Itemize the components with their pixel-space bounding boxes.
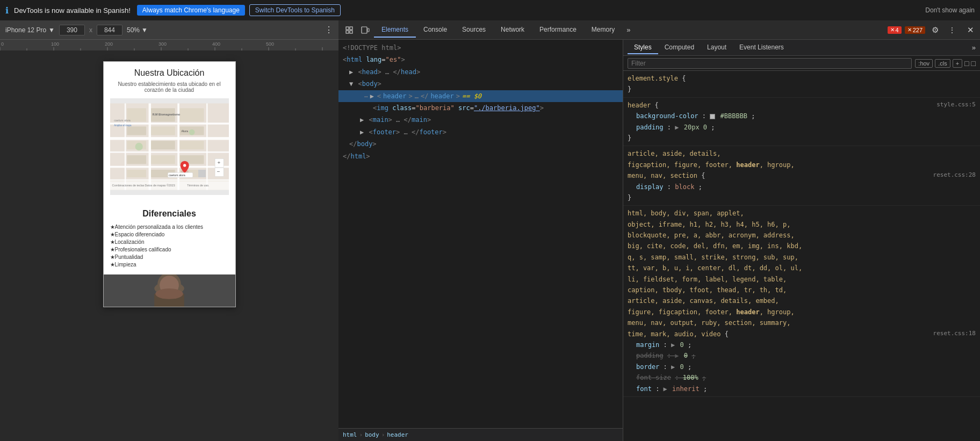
expand-padding2-icon[interactable]: ▶: [675, 352, 679, 359]
expand-padding-icon[interactable]: ▶: [675, 124, 679, 131]
svg-text:−: −: [217, 169, 220, 175]
svg-text:300: 300: [158, 41, 167, 47]
svg-rect-40: [151, 155, 175, 164]
svg-rect-24: [110, 166, 229, 168]
info-text: DevTools is now available in Spanish!: [14, 6, 131, 15]
device-toolbar: iPhone 12 Pro ▼ x 50% ▼ ⋮: [0, 20, 338, 40]
tab-memory[interactable]: Memory: [584, 23, 622, 38]
x-label: x: [89, 26, 92, 34]
error-badge[interactable]: ✕ 4: [888, 26, 902, 34]
hov-filter-button[interactable]: :hov: [915, 59, 933, 68]
tab-console[interactable]: Console: [416, 23, 455, 38]
svg-rect-37: [151, 141, 175, 149]
css-selector[interactable]: html, body, div, span, applet, object, i…: [628, 209, 802, 337]
svg-rect-33: [127, 126, 146, 135]
tab-performance[interactable]: Performance: [532, 23, 584, 38]
styles-filter-input[interactable]: [628, 58, 912, 69]
styles-tab-event-listeners[interactable]: Event Listeners: [733, 41, 790, 54]
zoom-select[interactable]: 50% ▼: [127, 26, 148, 34]
person-photo: [104, 274, 235, 307]
svg-text:200: 200: [105, 41, 113, 47]
error-x-icon: ✕: [890, 27, 895, 33]
device-toggle-icon[interactable]: [358, 23, 373, 38]
svg-point-45: [135, 143, 142, 150]
close-devtools-icon[interactable]: ✕: [964, 24, 977, 37]
list-item: ★Atención personalizada a los clientes: [110, 224, 229, 230]
svg-text:0: 0: [1, 41, 4, 47]
css-rule-reset28: article, aside, details,figcaption, figu…: [623, 146, 980, 206]
warning-badge[interactable]: ✕ 227: [905, 26, 925, 34]
inspect-icon[interactable]: [342, 23, 357, 38]
tree-line[interactable]: <!DOCTYPE html>: [338, 42, 623, 54]
switch-devtools-button[interactable]: Switch DevTools to Spanish: [249, 4, 341, 16]
styles-tab-styles[interactable]: Styles: [628, 41, 658, 54]
svg-text:100: 100: [51, 41, 59, 47]
svg-rect-26: [124, 103, 126, 190]
device-name[interactable]: iPhone 12 Pro ▼: [5, 26, 55, 34]
styles-tabs-right: »: [972, 44, 976, 52]
dont-show-label[interactable]: Don't show again: [925, 6, 975, 14]
list-item: ★Puntualidad: [110, 254, 229, 260]
styles-tab-layout[interactable]: Layout: [701, 41, 733, 54]
tab-network[interactable]: Network: [493, 23, 532, 38]
styles-tab-computed[interactable]: Computed: [658, 41, 701, 54]
tree-line[interactable]: <html lang="es">: [338, 54, 623, 66]
warning-count: 227: [913, 27, 923, 33]
css-rule-reset18: html, body, div, span, applet, object, i…: [623, 206, 980, 397]
width-input[interactable]: [59, 25, 85, 35]
expand-margin-icon[interactable]: ▶: [671, 341, 675, 349]
css-selector[interactable]: article, aside, details,figcaption, figu…: [628, 150, 795, 179]
error-count: 4: [896, 27, 899, 33]
more-options-icon[interactable]: ⋮: [325, 25, 333, 35]
list-item: ★Localización: [110, 239, 229, 245]
css-selector[interactable]: element.style: [628, 75, 682, 82]
list-item: ★Espacio diferenciado: [110, 232, 229, 237]
zoom-chevron-icon: ▼: [141, 26, 148, 34]
svg-rect-29: [206, 103, 207, 190]
toggle-classes-icon[interactable]: □: [971, 59, 976, 68]
tree-line[interactable]: </html>: [338, 150, 623, 162]
svg-text:Ampliar el mapa: Ampliar el mapa: [114, 124, 132, 127]
tree-line[interactable]: ▶ <footer> … </footer>: [338, 126, 623, 138]
tab-elements[interactable]: Elements: [374, 23, 416, 38]
add-style-button[interactable]: +: [953, 59, 962, 68]
expand-font-icon[interactable]: ▶: [664, 385, 667, 393]
css-rule-header: header { style.css:5 background-color : …: [623, 98, 980, 147]
svg-text:Alura: Alura: [181, 129, 188, 133]
svg-point-50: [183, 164, 186, 167]
more-tabs-button[interactable]: »: [622, 24, 635, 36]
svg-text:caelum alura: caelum alura: [169, 173, 185, 177]
tree-line[interactable]: ▶ <main> … </main>: [338, 114, 623, 126]
css-source-link[interactable]: reset.css:28: [933, 170, 976, 180]
tree-line[interactable]: ▶ <head> … </head>: [338, 66, 623, 78]
svg-rect-23: [110, 151, 229, 153]
color-swatch[interactable]: [710, 114, 715, 119]
location-subtext: Nuestro establecimiento esta ubicado en …: [110, 81, 229, 93]
css-source-link[interactable]: reset.css:18: [933, 329, 976, 339]
svg-rect-32: [179, 108, 204, 121]
selected-tree-line[interactable]: … ▶ <header> … </header> == $0: [338, 90, 623, 102]
tab-sources[interactable]: Sources: [455, 23, 493, 38]
more-vert-icon[interactable]: ⋮: [945, 23, 960, 38]
settings-icon[interactable]: ⚙: [928, 24, 941, 37]
breadcrumb-header[interactable]: header: [387, 431, 408, 438]
cls-filter-button[interactable]: .cls: [935, 59, 950, 68]
breadcrumb-body[interactable]: body: [365, 431, 379, 438]
phone-map: caelum alura Ampliar el mapa caelum alur…: [110, 98, 229, 195]
svg-text:500: 500: [266, 41, 274, 47]
svg-rect-73: [350, 31, 352, 33]
height-input[interactable]: [97, 25, 122, 35]
svg-text:+: +: [217, 160, 220, 165]
more-styles-tabs-icon[interactable]: »: [972, 44, 976, 52]
breadcrumb-html[interactable]: html: [343, 431, 357, 438]
new-style-rule-icon[interactable]: □: [964, 59, 969, 68]
css-selector[interactable]: header: [628, 102, 655, 109]
svg-text:400: 400: [212, 41, 220, 47]
tree-line[interactable]: ▼ <body>: [338, 78, 623, 90]
css-source-link[interactable]: style.css:5: [936, 100, 976, 110]
tree-line[interactable]: </body>: [338, 138, 623, 150]
match-language-button[interactable]: Always match Chrome's language: [137, 5, 245, 16]
svg-rect-27: [148, 103, 150, 190]
expand-border-icon[interactable]: ▶: [671, 363, 675, 371]
tree-line[interactable]: <img class="barberia" src="./barberia.jp…: [338, 102, 623, 114]
